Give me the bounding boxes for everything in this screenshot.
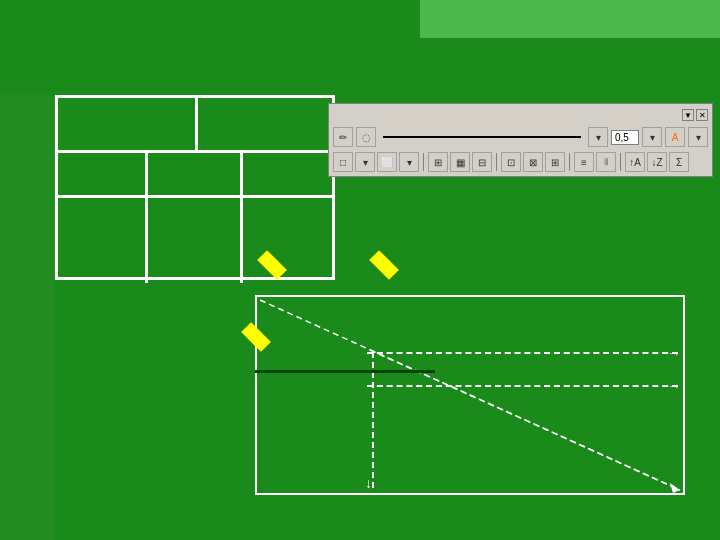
arrow-v: ↓ [365, 475, 372, 491]
outside-border-button[interactable]: □ [333, 152, 353, 172]
table-cell [58, 153, 148, 195]
toolbar-title-bar: ▼ ✕ [333, 107, 708, 123]
toolbar-row-1: ✏ ◌ ▾ ▾ A ▾ [333, 126, 708, 148]
border-color-dropdown[interactable]: ▾ [688, 127, 708, 147]
distribute-rows-button[interactable]: ≡ [574, 152, 594, 172]
table-row [58, 98, 332, 153]
diagram-area: → → ↓ [255, 295, 685, 495]
toolbar-close-button[interactable]: ✕ [696, 109, 708, 121]
line-weight-dropdown[interactable]: ▾ [642, 127, 662, 147]
separator-2 [496, 153, 497, 171]
distribute-cols-button[interactable]: ⫴ [596, 152, 616, 172]
dark-line [255, 370, 435, 373]
pencil-indicator-2 [369, 250, 399, 280]
line-weight-input[interactable] [611, 130, 639, 145]
align-button-3[interactable]: ⊞ [545, 152, 565, 172]
word-title [420, 0, 720, 38]
toolbar-controls: ▼ ✕ [682, 109, 708, 121]
table-cell [148, 198, 243, 283]
line-style-dropdown[interactable]: ▾ [588, 127, 608, 147]
left-panel [0, 95, 55, 540]
windows-title [0, 0, 420, 38]
insert-table-button[interactable]: ⊞ [428, 152, 448, 172]
dashed-line-h2 [367, 385, 678, 387]
header [0, 0, 720, 38]
line-style-selector [383, 136, 581, 138]
separator-4 [620, 153, 621, 171]
toolbar-minimize-button[interactable]: ▼ [682, 109, 694, 121]
outside-border-dropdown[interactable]: ▾ [355, 152, 375, 172]
merge-cells-button[interactable]: ▦ [450, 152, 470, 172]
shading-dropdown[interactable]: ▾ [399, 152, 419, 172]
align-top-left-button[interactable]: ⊡ [501, 152, 521, 172]
sort-ascending-button[interactable]: ↑A [625, 152, 645, 172]
draw-table-button[interactable]: ✏ [333, 127, 353, 147]
table-cell [58, 198, 148, 283]
table-illustration [55, 95, 335, 280]
border-color-button[interactable]: A [665, 127, 685, 147]
eraser-button[interactable]: ◌ [356, 127, 376, 147]
align-button-2[interactable]: ⊠ [523, 152, 543, 172]
arrow-h1: → [667, 345, 681, 361]
toolbar-row-2: □ ▾ ⬜ ▾ ⊞ ▦ ⊟ ⊡ ⊠ ⊞ ≡ ⫴ ↑A ↓Z Σ [333, 151, 708, 173]
autosum-button[interactable]: Σ [669, 152, 689, 172]
table-row [58, 153, 332, 198]
toolbar-panel: ▼ ✕ ✏ ◌ ▾ ▾ A ▾ □ ▾ ⬜ ▾ ⊞ ▦ ⊟ ⊡ ⊠ ⊞ ≡ ⫴ … [328, 103, 713, 177]
table-cell [148, 153, 243, 195]
separator-3 [569, 153, 570, 171]
shading-button[interactable]: ⬜ [377, 152, 397, 172]
arrow-h2: → [667, 378, 681, 394]
split-cells-button[interactable]: ⊟ [472, 152, 492, 172]
table-row [58, 198, 332, 283]
sort-descending-button[interactable]: ↓Z [647, 152, 667, 172]
separator-1 [423, 153, 424, 171]
table-cell [58, 98, 198, 150]
dashed-line-h1 [367, 352, 678, 354]
